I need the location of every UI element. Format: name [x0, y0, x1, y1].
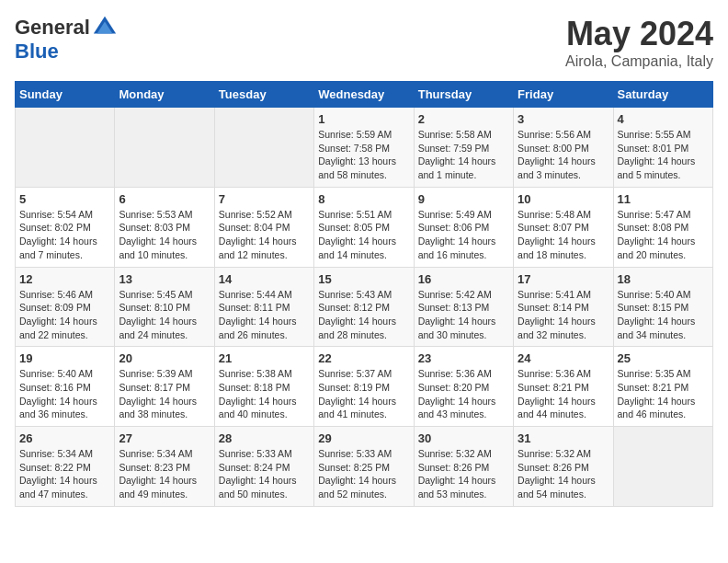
day-number: 30 — [418, 431, 509, 445]
day-number: 15 — [318, 272, 409, 286]
day-number: 19 — [19, 351, 110, 365]
day-number: 2 — [418, 112, 509, 126]
calendar-cell: 9Sunrise: 5:49 AMSunset: 8:06 PMDaylight… — [414, 187, 513, 267]
day-info: Sunrise: 5:46 AMSunset: 8:09 PMDaylight:… — [19, 288, 110, 342]
day-number: 18 — [618, 272, 709, 286]
day-number: 9 — [418, 192, 509, 206]
calendar-cell: 24Sunrise: 5:36 AMSunset: 8:21 PMDayligh… — [514, 347, 613, 427]
day-info: Sunrise: 5:53 AMSunset: 8:03 PMDaylight:… — [119, 208, 210, 262]
calendar-week-row: 1Sunrise: 5:59 AMSunset: 7:58 PMDaylight… — [16, 108, 713, 188]
day-number: 28 — [219, 431, 310, 445]
day-number: 8 — [318, 192, 409, 206]
day-number: 26 — [19, 431, 110, 445]
location-title: Airola, Campania, Italy — [565, 53, 713, 70]
weekday-header-thursday: Thursday — [414, 82, 513, 108]
day-number: 10 — [518, 192, 609, 206]
day-number: 21 — [219, 351, 310, 365]
calendar-cell: 10Sunrise: 5:48 AMSunset: 8:07 PMDayligh… — [514, 187, 613, 267]
day-number: 4 — [618, 112, 709, 126]
day-info: Sunrise: 5:47 AMSunset: 8:08 PMDaylight:… — [618, 208, 709, 262]
calendar-week-row: 19Sunrise: 5:40 AMSunset: 8:16 PMDayligh… — [16, 347, 713, 427]
calendar-cell: 26Sunrise: 5:34 AMSunset: 8:22 PMDayligh… — [16, 427, 115, 507]
day-number: 29 — [318, 431, 409, 445]
calendar-cell: 30Sunrise: 5:32 AMSunset: 8:26 PMDayligh… — [414, 427, 513, 507]
calendar-week-row: 5Sunrise: 5:54 AMSunset: 8:02 PMDaylight… — [16, 187, 713, 267]
calendar-cell — [214, 108, 313, 188]
calendar-cell: 6Sunrise: 5:53 AMSunset: 8:03 PMDaylight… — [115, 187, 214, 267]
day-number: 23 — [418, 351, 509, 365]
day-number: 16 — [418, 272, 509, 286]
calendar-cell: 5Sunrise: 5:54 AMSunset: 8:02 PMDaylight… — [16, 187, 115, 267]
day-number: 24 — [518, 351, 609, 365]
calendar-cell: 3Sunrise: 5:56 AMSunset: 8:00 PMDaylight… — [514, 108, 613, 188]
weekday-header-monday: Monday — [115, 82, 214, 108]
day-number: 7 — [219, 192, 310, 206]
day-number: 22 — [318, 351, 409, 365]
calendar-cell: 18Sunrise: 5:40 AMSunset: 8:15 PMDayligh… — [613, 267, 712, 347]
day-number: 6 — [119, 192, 210, 206]
day-info: Sunrise: 5:59 AMSunset: 7:58 PMDaylight:… — [318, 128, 409, 182]
day-info: Sunrise: 5:52 AMSunset: 8:04 PMDaylight:… — [219, 208, 310, 262]
calendar-cell: 23Sunrise: 5:36 AMSunset: 8:20 PMDayligh… — [414, 347, 513, 427]
calendar-cell: 19Sunrise: 5:40 AMSunset: 8:16 PMDayligh… — [16, 347, 115, 427]
day-info: Sunrise: 5:54 AMSunset: 8:02 PMDaylight:… — [19, 208, 110, 262]
day-info: Sunrise: 5:49 AMSunset: 8:06 PMDaylight:… — [418, 208, 509, 262]
calendar-cell: 2Sunrise: 5:58 AMSunset: 7:59 PMDaylight… — [414, 108, 513, 188]
calendar-cell: 8Sunrise: 5:51 AMSunset: 8:05 PMDaylight… — [314, 187, 414, 267]
day-info: Sunrise: 5:55 AMSunset: 8:01 PMDaylight:… — [618, 128, 709, 182]
day-info: Sunrise: 5:36 AMSunset: 8:20 PMDaylight:… — [418, 367, 509, 421]
day-info: Sunrise: 5:45 AMSunset: 8:10 PMDaylight:… — [119, 288, 210, 342]
day-info: Sunrise: 5:34 AMSunset: 8:23 PMDaylight:… — [119, 447, 210, 501]
calendar-cell — [16, 108, 115, 188]
calendar-cell: 29Sunrise: 5:33 AMSunset: 8:25 PMDayligh… — [314, 427, 414, 507]
day-number: 11 — [618, 192, 709, 206]
day-number: 17 — [518, 272, 609, 286]
calendar-cell: 14Sunrise: 5:44 AMSunset: 8:11 PMDayligh… — [214, 267, 313, 347]
calendar-cell — [613, 427, 712, 507]
calendar-cell: 13Sunrise: 5:45 AMSunset: 8:10 PMDayligh… — [115, 267, 214, 347]
calendar-cell: 25Sunrise: 5:35 AMSunset: 8:21 PMDayligh… — [613, 347, 712, 427]
calendar-cell: 11Sunrise: 5:47 AMSunset: 8:08 PMDayligh… — [613, 187, 712, 267]
page-header: General Blue May 2024 Airola, Campania, … — [15, 15, 713, 70]
day-info: Sunrise: 5:32 AMSunset: 8:26 PMDaylight:… — [418, 447, 509, 501]
day-info: Sunrise: 5:32 AMSunset: 8:26 PMDaylight:… — [518, 447, 609, 501]
logo-icon — [92, 15, 118, 40]
calendar-cell: 20Sunrise: 5:39 AMSunset: 8:17 PMDayligh… — [115, 347, 214, 427]
day-info: Sunrise: 5:41 AMSunset: 8:14 PMDaylight:… — [518, 288, 609, 342]
calendar-cell: 17Sunrise: 5:41 AMSunset: 8:14 PMDayligh… — [514, 267, 613, 347]
day-info: Sunrise: 5:38 AMSunset: 8:18 PMDaylight:… — [219, 367, 310, 421]
weekday-header-friday: Friday — [514, 82, 613, 108]
calendar-cell: 4Sunrise: 5:55 AMSunset: 8:01 PMDaylight… — [613, 108, 712, 188]
day-info: Sunrise: 5:58 AMSunset: 7:59 PMDaylight:… — [418, 128, 509, 182]
day-info: Sunrise: 5:34 AMSunset: 8:22 PMDaylight:… — [19, 447, 110, 501]
day-info: Sunrise: 5:51 AMSunset: 8:05 PMDaylight:… — [318, 208, 409, 262]
day-info: Sunrise: 5:48 AMSunset: 8:07 PMDaylight:… — [518, 208, 609, 262]
calendar-week-row: 26Sunrise: 5:34 AMSunset: 8:22 PMDayligh… — [16, 427, 713, 507]
calendar-cell: 28Sunrise: 5:33 AMSunset: 8:24 PMDayligh… — [214, 427, 313, 507]
calendar-cell: 7Sunrise: 5:52 AMSunset: 8:04 PMDaylight… — [214, 187, 313, 267]
calendar-cell: 12Sunrise: 5:46 AMSunset: 8:09 PMDayligh… — [16, 267, 115, 347]
day-info: Sunrise: 5:44 AMSunset: 8:11 PMDaylight:… — [219, 288, 310, 342]
day-info: Sunrise: 5:40 AMSunset: 8:16 PMDaylight:… — [19, 367, 110, 421]
calendar-week-row: 12Sunrise: 5:46 AMSunset: 8:09 PMDayligh… — [16, 267, 713, 347]
calendar-cell: 16Sunrise: 5:42 AMSunset: 8:13 PMDayligh… — [414, 267, 513, 347]
month-title: May 2024 — [565, 15, 713, 53]
day-number: 3 — [518, 112, 609, 126]
day-number: 13 — [119, 272, 210, 286]
calendar-cell: 1Sunrise: 5:59 AMSunset: 7:58 PMDaylight… — [314, 108, 414, 188]
day-number: 14 — [219, 272, 310, 286]
day-info: Sunrise: 5:35 AMSunset: 8:21 PMDaylight:… — [618, 367, 709, 421]
day-number: 25 — [618, 351, 709, 365]
logo: General Blue — [15, 15, 118, 63]
calendar-cell: 21Sunrise: 5:38 AMSunset: 8:18 PMDayligh… — [214, 347, 313, 427]
day-info: Sunrise: 5:33 AMSunset: 8:25 PMDaylight:… — [318, 447, 409, 501]
day-info: Sunrise: 5:56 AMSunset: 8:00 PMDaylight:… — [518, 128, 609, 182]
day-number: 20 — [119, 351, 210, 365]
calendar-cell: 15Sunrise: 5:43 AMSunset: 8:12 PMDayligh… — [314, 267, 414, 347]
weekday-header-sunday: Sunday — [16, 82, 115, 108]
calendar-table: SundayMondayTuesdayWednesdayThursdayFrid… — [15, 81, 713, 507]
weekday-header-saturday: Saturday — [613, 82, 712, 108]
day-number: 5 — [19, 192, 110, 206]
weekday-header-tuesday: Tuesday — [214, 82, 313, 108]
day-info: Sunrise: 5:43 AMSunset: 8:12 PMDaylight:… — [318, 288, 409, 342]
